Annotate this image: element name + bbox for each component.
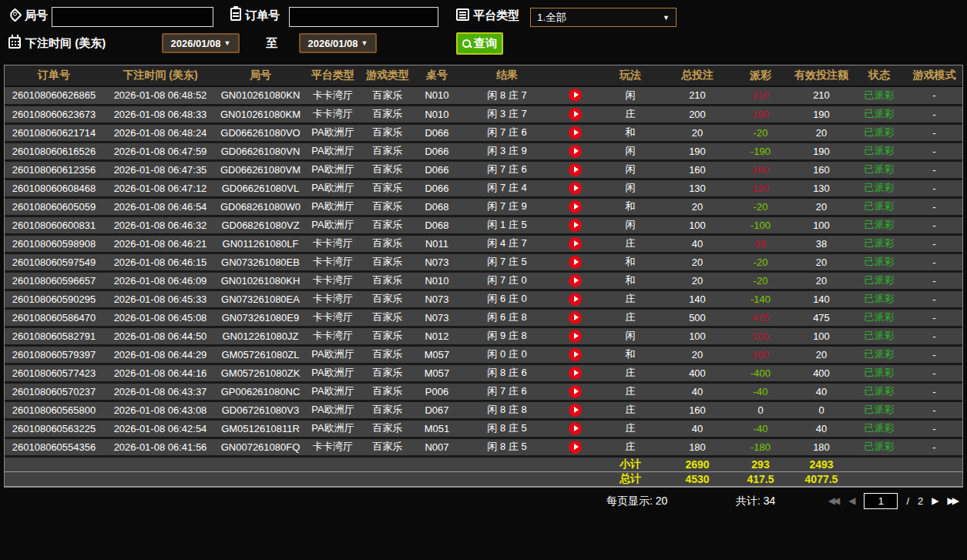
table-no: M057 [413,345,461,364]
platform-type-select[interactable]: 1.全部 ▼ [530,8,677,27]
play-video-icon[interactable] [569,219,582,232]
play-video-icon[interactable] [569,274,582,287]
table-no: D066 [413,179,461,197]
play-video-icon[interactable] [569,385,582,398]
date-from-picker[interactable]: 2026/01/08 ▼ [162,33,240,53]
total-bet: 130 [664,179,730,197]
first-page-icon[interactable]: ◀◀ [828,495,840,506]
last-page-icon[interactable]: ▶▶ [948,495,959,506]
play-video-icon[interactable] [569,89,582,102]
table-row: 2601080605827912026-01-08 06:44:50GN0122… [5,327,962,345]
platform-type: PA欧洲厅 [304,179,362,197]
play-video-icon[interactable] [569,404,582,417]
play-video-icon[interactable] [569,311,582,324]
play-video-icon[interactable] [569,145,582,158]
table-no: N010 [413,86,461,105]
page-number-input[interactable] [864,493,898,509]
list-icon [456,8,469,21]
date-to-picker[interactable]: 2026/01/08 ▼ [299,33,377,53]
prev-page-icon[interactable]: ◀ [848,495,855,506]
bet-time: 2026-01-08 06:47:59 [103,142,217,160]
platform-type-value: 1.全部 [537,11,566,25]
order-no: 260108060565800 [5,401,103,419]
play-video-icon[interactable] [569,163,582,176]
bet-time: 2026-01-08 06:47:35 [103,160,217,179]
subtotal-valid: 2493 [791,456,852,471]
bet-time: 2026-01-08 06:44:29 [103,345,217,364]
result: 闲 7 庄 6 [461,160,553,179]
play-video-icon[interactable] [569,348,582,361]
play-video-icon[interactable] [569,422,582,435]
play-video-icon[interactable] [569,330,582,343]
game-type: 百家乐 [362,179,413,197]
status: 已派彩 [852,160,906,179]
bet-time: 2026-01-08 06:48:52 [103,86,217,105]
payout: 38 [730,234,791,253]
status: 已派彩 [852,271,906,290]
play-type: 和 [596,123,664,142]
play-cell [553,123,596,142]
play-video-icon[interactable] [569,200,582,213]
next-page-icon[interactable]: ▶ [932,495,938,506]
play-video-icon[interactable] [569,441,582,454]
bet-time: 2026-01-08 06:44:16 [103,364,217,382]
play-video-icon[interactable] [569,126,582,139]
play-cell [553,401,596,419]
table-no: N010 [413,271,461,290]
search-button[interactable]: 查询 [456,32,503,55]
table-row: 2601080606217142026-01-08 06:48:24GD0662… [5,123,962,142]
platform-type: 卡卡湾厅 [304,234,362,253]
order-no: 260108060570237 [5,382,103,401]
total-bet: 20 [664,271,730,290]
order-no: 260108060577423 [5,364,103,382]
game-mode: - [906,160,962,179]
game-mode: - [906,271,962,290]
result: 闲 7 庄 0 [461,271,553,290]
platform-type: PA欧洲厅 [304,401,362,419]
status: 已派彩 [852,401,906,419]
table-row: 2601080606236732026-01-08 06:48:33GN0102… [5,105,962,123]
game-mode: - [906,105,962,123]
platform-type: PA欧洲厅 [304,345,362,364]
table-no: N010 [413,105,461,123]
valid-bet: 210 [791,86,852,105]
round-no: GN073261080EA [217,290,304,308]
game-mode: - [906,142,962,160]
play-video-icon[interactable] [569,182,582,195]
game-type: 百家乐 [362,105,413,123]
bet-time: 2026-01-08 06:42:54 [103,419,217,438]
result: 闲 7 庄 5 [461,253,553,271]
platform-type: PA欧洲厅 [304,123,362,142]
order-no-input[interactable] [289,7,438,27]
total-bet: 20 [664,345,730,364]
round-no: GD067261080V3 [217,401,304,419]
total-bet: 400 [664,364,730,382]
play-video-icon[interactable] [569,293,582,306]
play-video-icon[interactable] [569,367,582,380]
game-mode: - [906,86,962,105]
column-header: 游戏模式 [906,65,962,86]
round-no: GD066261080VM [217,160,304,179]
play-type: 闲 [596,216,664,234]
column-header: 派彩 [730,65,791,86]
game-type: 百家乐 [362,419,413,438]
game-mode: - [906,438,962,456]
result: 闲 9 庄 8 [461,327,553,345]
valid-bet: 100 [791,216,852,234]
status: 已派彩 [852,308,906,327]
bet-time: 2026-01-08 06:46:21 [103,234,217,253]
play-type: 闲 [596,327,664,345]
result: 闲 1 庄 5 [461,216,553,234]
play-video-icon[interactable] [569,256,582,269]
game-no-label: 局号 [25,8,48,23]
game-mode: - [906,290,962,308]
table-no: D066 [413,160,461,179]
status: 已派彩 [852,197,906,216]
round-no: GD068261080VZ [217,216,304,234]
play-video-icon[interactable] [569,108,582,121]
table-row: 2601080605864702026-01-08 06:45:08GN0732… [5,308,962,327]
column-header: 局号 [217,65,304,86]
game-no-input[interactable] [52,7,213,27]
play-video-icon[interactable] [569,237,582,250]
table-no: D067 [413,401,461,419]
